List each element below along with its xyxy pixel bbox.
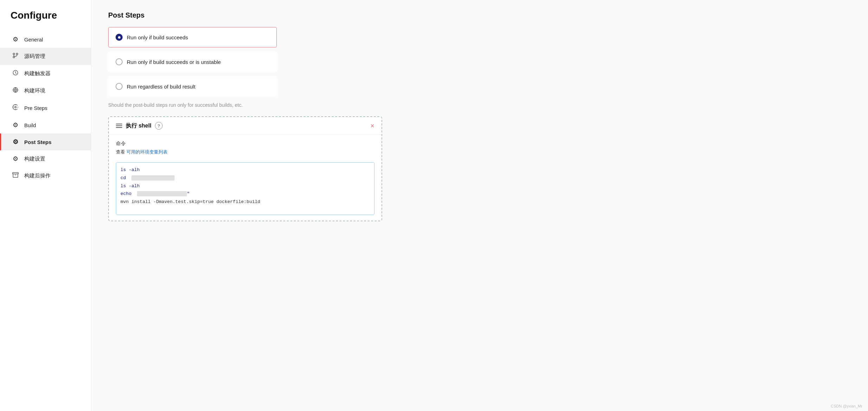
svg-rect-7 <box>13 172 19 174</box>
code-content: ls -alh cd REDACTED ls -alh echo REDACTE… <box>116 163 374 210</box>
gear-icon: ⚙ <box>12 35 19 43</box>
radio-option-always[interactable]: Run regardless of build result <box>108 76 277 97</box>
code-editor-wrapper: ls -alh cd REDACTED ls -alh echo REDACTE… <box>116 162 374 215</box>
sidebar-item-trigger[interactable]: 构建触发器 <box>0 65 91 82</box>
section-title: Post Steps <box>108 11 851 19</box>
sidebar-item-label: 构建后操作 <box>24 172 51 179</box>
hamburger-icon[interactable] <box>116 124 122 128</box>
sidebar: Configure ⚙ General 源码管理 构建触发器 构建环境 <box>0 0 91 411</box>
shell-title: 执行 shell <box>126 122 151 130</box>
sidebar-item-presteps[interactable]: Pre Steps <box>0 99 91 117</box>
radio-label-unstable: Run only if build succeeds or is unstabl… <box>127 59 221 65</box>
shell-body: 命令 查看 可用的环境变量列表 ls -alh cd REDACTED ls -… <box>109 135 381 221</box>
branch-icon <box>12 52 19 60</box>
sidebar-item-source[interactable]: 源码管理 <box>0 48 91 65</box>
sidebar-item-general[interactable]: ⚙ General <box>0 31 91 48</box>
close-button[interactable]: × <box>370 122 374 129</box>
clock-icon <box>12 70 19 78</box>
shell-card: 执行 shell ? × 命令 查看 可用的环境变量列表 ls -alh cd … <box>108 116 382 221</box>
sidebar-item-label: General <box>24 37 43 43</box>
radio-option-succeed[interactable]: Run only if build succeeds <box>108 27 277 47</box>
watermark: CSDN @yxian_Mr <box>831 404 862 408</box>
sidebar-item-label: Pre Steps <box>24 105 47 111</box>
sidebar-item-label: 构建触发器 <box>24 70 51 77</box>
help-button[interactable]: ? <box>155 122 163 130</box>
main-content: Post Steps Run only if build succeeds Ru… <box>91 0 868 411</box>
gear-icon-settings: ⚙ <box>12 155 19 163</box>
globe-icon <box>12 87 19 95</box>
radio-circle-always <box>116 83 123 90</box>
sidebar-item-label: 源码管理 <box>24 53 45 60</box>
code-scroll[interactable]: ls -alh cd REDACTED ls -alh echo REDACTE… <box>116 162 374 215</box>
shell-header-left: 执行 shell ? <box>116 122 163 130</box>
sidebar-item-label: Post Steps <box>24 139 52 145</box>
sidebar-title: Configure <box>0 10 91 31</box>
sidebar-item-label: 构建设置 <box>24 156 45 162</box>
radio-circle-succeed <box>116 34 123 41</box>
shell-header: 执行 shell ? × <box>109 117 381 135</box>
cmd-label: 命令 <box>116 141 374 147</box>
sidebar-item-poststeps[interactable]: ⚙ Post Steps <box>0 133 91 150</box>
sidebar-item-postbuild[interactable]: 构建后操作 <box>0 167 91 184</box>
radio-label-always: Run regardless of build result <box>127 84 195 90</box>
sidebar-item-settings[interactable]: ⚙ 构建设置 <box>0 150 91 167</box>
radio-circle-unstable <box>116 58 123 65</box>
hint-text: Should the post-build steps run only for… <box>108 102 291 108</box>
sidebar-item-build[interactable]: ⚙ Build <box>0 117 91 133</box>
box-icon <box>12 172 19 180</box>
sidebar-item-label: 构建环境 <box>24 87 45 94</box>
sidebar-item-label: Build <box>24 122 36 128</box>
sidebar-item-env[interactable]: 构建环境 <box>0 82 91 99</box>
radio-label-succeed: Run only if build succeeds <box>127 34 188 40</box>
svg-point-6 <box>15 106 17 108</box>
radio-option-unstable[interactable]: Run only if build succeeds or is unstabl… <box>108 52 277 72</box>
gear-icon-pre <box>12 104 19 112</box>
gear-icon-build: ⚙ <box>12 121 19 129</box>
env-prefix: 查看 可用的环境变量列表 <box>116 149 374 159</box>
env-link[interactable]: 可用的环境变量列表 <box>126 149 168 155</box>
gear-icon-post: ⚙ <box>12 138 19 146</box>
